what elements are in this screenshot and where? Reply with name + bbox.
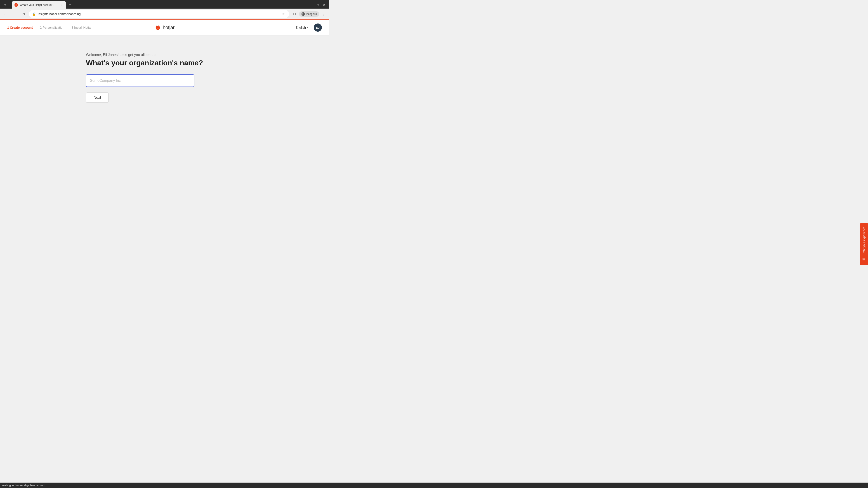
toolbar-actions: ⊟ Incognito ⋮ <box>291 10 327 18</box>
dropdown-control[interactable]: ▾ <box>2 2 8 8</box>
back-button[interactable]: ← <box>2 10 9 18</box>
browser-titlebar: ▾ H Create your Hotjar account - H... × … <box>0 0 329 8</box>
window-controls: ▾ <box>2 2 8 8</box>
browser-chrome: ▾ H Create your Hotjar account - H... × … <box>0 0 329 20</box>
minimize-button[interactable]: ─ <box>308 2 315 8</box>
address-icons: ☆ <box>281 11 286 17</box>
svg-point-0 <box>303 13 304 14</box>
hotjar-flame-icon <box>155 24 161 31</box>
refresh-button[interactable]: ↻ <box>20 10 27 18</box>
secure-lock-icon: 🔒 <box>32 12 36 16</box>
new-tab-button[interactable]: + <box>67 2 73 8</box>
active-tab[interactable]: H Create your Hotjar account - H... × <box>12 1 66 9</box>
tab-title: Create your Hotjar account - H... <box>20 3 58 6</box>
back-icon: ← <box>4 12 7 16</box>
url-display: insights.hotjar.com/onboarding <box>38 12 279 16</box>
tab-close-button[interactable]: × <box>60 3 63 7</box>
sidebar-toggle-button[interactable]: ⊟ <box>291 10 298 18</box>
step-2-personalization[interactable]: 2 Personalization <box>40 26 64 29</box>
step-1-label: 1 Create account <box>7 26 33 29</box>
user-avatar[interactable]: EJ <box>314 24 322 32</box>
main-form-content: Welcome, Eli Jones! Let's get you all se… <box>0 35 329 103</box>
incognito-badge[interactable]: Incognito <box>299 11 319 17</box>
close-button[interactable]: ✕ <box>321 2 327 8</box>
tab-bar: H Create your Hotjar account - H... × + <box>10 1 75 9</box>
page-content: 1 Create account 2 Personalization 3 Ins… <box>0 20 329 190</box>
step-3-install-hotjar[interactable]: 3 Install Hotjar <box>71 26 92 29</box>
app-header: 1 Create account 2 Personalization 3 Ins… <box>0 20 329 35</box>
header-right: English ▾ EJ <box>293 24 322 32</box>
header-logo: hotjar <box>155 24 175 31</box>
browser-toolbar: ← → ↻ 🔒 insights.hotjar.com/onboarding ☆… <box>0 8 329 20</box>
user-initials: EJ <box>316 26 320 29</box>
header-nav: 1 Create account 2 Personalization 3 Ins… <box>7 26 293 29</box>
forward-button[interactable]: → <box>11 10 18 18</box>
maximize-button[interactable]: □ <box>315 2 321 8</box>
welcome-message: Welcome, Eli Jones! Let's get you all se… <box>86 53 156 57</box>
bookmark-button[interactable]: ☆ <box>281 11 286 17</box>
org-question-heading: What's your organization's name? <box>86 59 203 67</box>
address-bar[interactable]: 🔒 insights.hotjar.com/onboarding ☆ <box>29 10 289 18</box>
next-button[interactable]: Next <box>86 92 109 103</box>
tab-favicon: H <box>14 3 18 7</box>
language-selector[interactable]: English ▾ <box>293 25 310 30</box>
more-options-button[interactable]: ⋮ <box>320 10 327 18</box>
bookmark-icon: ☆ <box>282 12 285 16</box>
hotjar-logo-text: hotjar <box>163 25 175 31</box>
step-2-label: 2 Personalization <box>40 26 64 29</box>
refresh-icon: ↻ <box>22 12 25 16</box>
language-label: English <box>296 26 306 29</box>
dropdown-icon: ▾ <box>4 3 6 7</box>
incognito-label: Incognito <box>306 12 317 15</box>
organization-name-input[interactable] <box>86 74 194 87</box>
step-3-label: 3 Install Hotjar <box>71 26 92 29</box>
forward-icon: → <box>13 12 16 16</box>
more-icon: ⋮ <box>322 12 326 16</box>
step-1-create-account[interactable]: 1 Create account <box>7 26 33 29</box>
incognito-icon <box>301 12 305 16</box>
chevron-down-icon: ▾ <box>307 26 308 29</box>
sidebar-icon: ⊟ <box>293 12 296 16</box>
